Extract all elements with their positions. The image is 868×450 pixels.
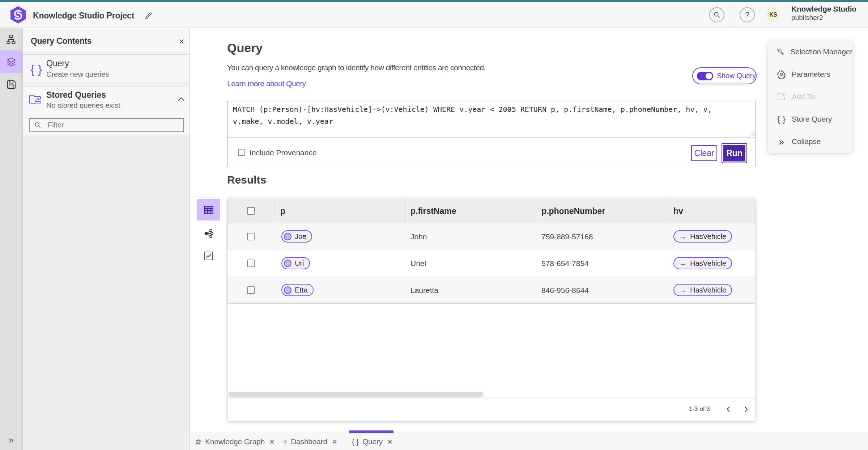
arrow-right-icon: → [679,232,686,241]
knowledge-graph-icon [195,438,201,446]
arrow-right-icon: → [679,259,686,268]
avatar-initials: KS [769,12,777,18]
active-tab-indicator [349,430,393,433]
tab-query[interactable]: { } Query ✕ [352,433,399,450]
resize-handle[interactable] [749,130,754,136]
include-provenance-checkbox[interactable] [238,149,245,156]
cell-firstname: Uriel [410,259,426,268]
help-button[interactable]: ? [740,7,755,22]
relationship-pill[interactable]: → HasVehicle [673,284,732,296]
panel-close-button[interactable]: ✕ [176,36,187,47]
run-button[interactable]: Run [722,143,747,163]
chevron-right-icon [745,407,748,412]
page-title: Knowledge Studio Project [33,11,134,21]
rail-item-contents[interactable] [0,50,22,73]
rail-expand-button[interactable]: » [3,433,20,447]
row-checkbox[interactable] [247,233,255,240]
avatar[interactable]: KS [766,8,780,22]
app-logo[interactable] [10,6,26,24]
header-divider [730,2,730,28]
close-icon: ✕ [179,37,185,46]
column-header-firstname[interactable]: p.firstName [410,206,456,216]
row-checkbox[interactable] [247,260,255,267]
menu-item-add-to[interactable]: Add To [768,85,852,108]
menu-item-label: Add To [792,92,815,101]
cell-phone: 578-654-7854 [541,259,589,268]
entity-pill[interactable]: Uri [281,257,310,269]
entity-pill-label: Uri [295,259,304,268]
row-checkbox[interactable] [247,286,255,294]
stored-queries-card: Stored Queries No stored queries exist [23,86,190,135]
run-button-label: Run [726,148,743,158]
edit-title-icon[interactable] [143,11,153,21]
include-provenance-label: Include Provenance [250,148,317,157]
pagination-prev-button[interactable] [722,403,735,416]
menu-item-label: Parameters [792,70,830,79]
query-item-subtitle: Create new queries [46,70,109,79]
column-header-p[interactable]: p [280,206,285,216]
toggle-switch[interactable] [697,72,713,80]
left-rail: » [0,28,22,450]
learn-more-link[interactable]: Learn more about Query [227,79,306,88]
results-title: Results [227,174,266,186]
tab-label: Knowledge Graph [205,437,265,446]
app-root: Knowledge Studio Project ? KS Knowledge … [0,0,868,450]
tab-label: Dashboard [291,437,327,446]
menu-item-label: Collapse [792,137,821,146]
pagination-next-button[interactable] [740,403,753,416]
tab-dashboard[interactable]: Dashboard ✕ [283,433,337,450]
view-chart-button[interactable] [197,245,220,266]
search-icon [713,11,720,18]
editor-toolbar-divider [227,137,756,138]
tab-close-icon[interactable]: ✕ [332,438,337,446]
relationship-pill-label: HasVehicle [690,286,726,294]
chevron-up-icon[interactable] [178,97,185,101]
view-graph-button[interactable] [197,223,220,244]
menu-item-collapse[interactable]: » Collapse [768,130,852,153]
relationship-pill[interactable]: → HasVehicle [673,257,732,269]
braces-icon: { } [30,62,42,76]
query-textarea[interactable]: MATCH (p:Person)-[hv:HasVehicle]->(v:Veh… [233,104,727,127]
clear-button[interactable]: Clear [691,145,717,161]
show-query-toggle[interactable]: Show Query [692,67,757,84]
layers-icon [6,57,16,67]
chart-view-icon [204,251,214,261]
relationship-pill[interactable]: → HasVehicle [673,230,732,243]
menu-item-store-query[interactable]: { } Store Query [768,108,852,130]
entity-dot [284,233,292,240]
rail-item-model[interactable] [0,28,22,50]
column-header-phone[interactable]: p.phoneNumber [541,206,605,216]
tab-close-icon[interactable]: ✕ [387,438,393,446]
toggle-knob [706,73,712,79]
horizontal-scrollbar[interactable] [228,392,484,397]
clear-button-label: Clear [694,148,714,158]
menu-item-parameters[interactable]: Parameters [768,63,852,85]
chevron-left-icon [727,407,730,412]
table-row[interactable]: Joe John 759-889-57168 → HasVehicle [227,223,756,250]
search-button[interactable] [709,7,724,22]
menu-item-label: Store Query [792,115,832,123]
entity-dot [284,260,292,267]
braces-icon: { } [352,438,359,446]
relationship-pill-label: HasVehicle [690,232,726,241]
column-header-hv[interactable]: hv [673,206,683,216]
account-info[interactable]: Knowledge Studio publisher2 [791,4,856,22]
menu-item-selection-manager[interactable]: Selection Manager [768,41,852,63]
filter-field[interactable] [29,118,184,132]
rail-item-save[interactable] [0,73,22,96]
entity-pill[interactable]: Etta [281,284,314,296]
tab-close-icon[interactable]: ✕ [269,438,275,446]
table-footer-divider [227,398,756,398]
table-row[interactable]: Uri Uriel 578-654-7854 → HasVehicle [227,250,756,277]
table-row[interactable]: Etta Lauretta 846-956-8644 → HasVehicle [227,277,756,304]
view-table-button[interactable] [197,199,220,220]
tab-knowledge-graph[interactable]: Knowledge Graph ✕ [195,433,275,450]
query-item[interactable]: { } Query Create new queries [23,55,190,82]
query-description: You can query a knowledge graph to ident… [227,63,486,72]
stored-folder-icon [29,94,41,105]
cell-phone: 759-889-57168 [541,232,593,241]
select-all-checkbox[interactable] [247,207,255,215]
entity-pill[interactable]: Joe [281,230,312,243]
filter-input[interactable] [48,121,171,129]
collapse-icon: » [776,137,786,147]
